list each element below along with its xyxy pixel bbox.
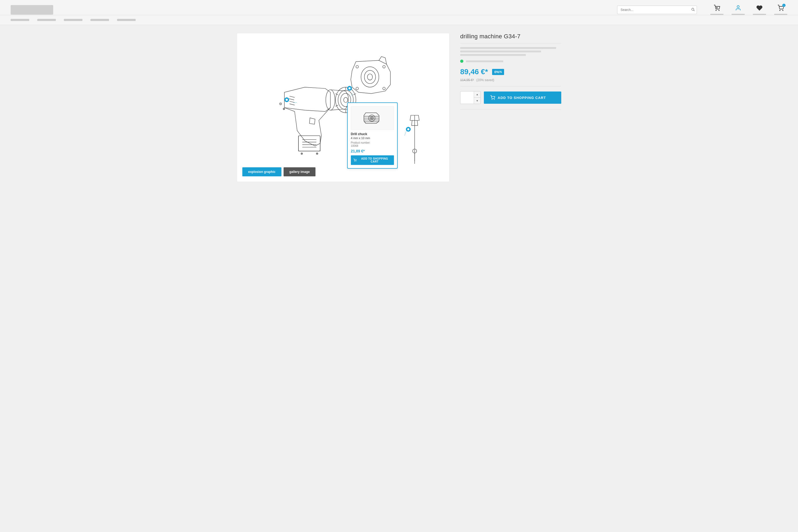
nav-item-4[interactable] <box>91 19 109 21</box>
popup-part-name: Drill chuck <box>351 132 394 136</box>
header-account[interactable] <box>732 5 745 15</box>
svg-point-30 <box>344 97 348 102</box>
product-image-area: Drill chuck 4 mm x 10 mm Product number:… <box>237 33 450 182</box>
header-account-label <box>732 14 745 15</box>
svg-point-67 <box>356 161 356 162</box>
quantity-arrows: ▲ ▼ <box>474 92 480 104</box>
svg-point-8 <box>783 10 783 11</box>
nav-item-5[interactable] <box>117 19 136 21</box>
svg-line-1 <box>694 10 695 11</box>
price-row: 89,46 €* 0% % <box>460 68 561 76</box>
description-block <box>460 47 561 56</box>
header-cart-plus-icon <box>714 5 720 13</box>
popup-product-number: 10068 <box>351 145 394 147</box>
logo <box>11 5 53 15</box>
search-input[interactable] <box>617 5 697 14</box>
popup-add-to-cart-button[interactable]: ADD TO SHOPPING CART <box>351 155 394 165</box>
gallery-image-tab[interactable]: gallery image <box>284 167 316 176</box>
product-title: drilling machine G34-7 <box>460 33 561 40</box>
header-cart-label <box>710 14 723 15</box>
old-price-row: 114,95 €* (20% saved) <box>460 78 561 82</box>
svg-point-7 <box>780 10 780 11</box>
svg-line-18 <box>289 104 294 105</box>
availability-indicator <box>460 60 463 63</box>
svg-point-0 <box>691 8 694 11</box>
svg-point-37 <box>361 67 379 87</box>
desc-line-1 <box>460 47 556 49</box>
main-content: Drill chuck 4 mm x 10 mm Product number:… <box>226 25 572 190</box>
add-to-cart-button[interactable]: ADD TO SHOPPING CART <box>484 92 561 104</box>
discount-badge: 0% % <box>492 69 504 75</box>
add-to-cart-label: ADD TO SHOPPING CART <box>498 96 546 100</box>
explosion-graphic: Drill chuck 4 mm x 10 mm Product number:… <box>245 41 441 169</box>
explosion-graphic-tab[interactable]: explosion graphic <box>242 167 281 176</box>
svg-point-39 <box>367 74 373 80</box>
discount-value: 0% <box>494 70 499 74</box>
heart-icon <box>756 5 763 13</box>
popup-cart-icon <box>354 158 357 162</box>
old-price: 114,95 €* <box>460 78 474 82</box>
main-price: 89,46 €* <box>460 68 488 76</box>
popup-part-svg <box>362 109 383 128</box>
price-divider <box>460 86 561 87</box>
popup-part-image <box>351 106 394 130</box>
hotspot-2[interactable] <box>347 86 352 91</box>
bottom-divider <box>460 109 561 110</box>
quantity-input[interactable]: 1 <box>460 92 474 104</box>
title-divider <box>460 43 561 43</box>
shopping-cart-icon: 1 <box>778 5 784 13</box>
svg-line-17 <box>289 101 294 103</box>
price-section: 89,46 €* 0% % 114,95 €* (20% saved) <box>460 68 561 82</box>
popup-price: 21,89 €* <box>351 149 394 153</box>
header-add-to-cart[interactable] <box>710 5 723 15</box>
svg-point-68 <box>492 99 492 100</box>
cart-badge: 1 <box>782 4 785 7</box>
hotspot-4[interactable] <box>406 127 411 132</box>
nav-item-3[interactable] <box>64 19 82 21</box>
nav-item-2[interactable] <box>37 19 56 21</box>
nav-item-1[interactable] <box>11 19 29 21</box>
nav-bar <box>0 15 798 25</box>
svg-line-16 <box>289 99 294 100</box>
search-bar <box>617 5 697 14</box>
header-wishlist[interactable] <box>753 5 766 15</box>
add-to-cart-row: 1 ▲ ▼ ADD TO SHOPPING CART <box>460 91 561 104</box>
svg-point-66 <box>354 161 355 162</box>
svg-line-58 <box>404 131 406 136</box>
header-icons: 1 <box>710 5 787 15</box>
popup-part-size: 4 mm x 10 mm <box>351 136 394 140</box>
svg-point-42 <box>383 87 385 90</box>
availability-row <box>460 60 561 63</box>
availability-text <box>466 60 503 62</box>
quantity-input-wrap: 1 ▲ ▼ <box>460 91 481 104</box>
desc-line-3 <box>460 54 526 56</box>
svg-line-15 <box>289 96 294 97</box>
popup-card: Drill chuck 4 mm x 10 mm Product number:… <box>347 102 398 169</box>
svg-point-41 <box>383 65 385 68</box>
svg-point-40 <box>356 65 359 68</box>
drill-illustration-svg <box>245 41 441 169</box>
image-tabs: explosion graphic gallery image <box>242 167 316 176</box>
quantity-down-button[interactable]: ▼ <box>474 98 480 104</box>
header-cart-total-label <box>774 14 787 15</box>
svg-point-38 <box>364 70 376 83</box>
desc-line-2 <box>460 51 541 52</box>
quantity-up-button[interactable]: ▲ <box>474 92 480 98</box>
svg-point-3 <box>719 10 719 11</box>
add-to-cart-icon <box>490 95 495 100</box>
svg-point-6 <box>737 5 739 8</box>
product-details: drilling machine G34-7 89,46 €* 0% % 114… <box>460 33 561 182</box>
account-person-icon <box>735 5 741 13</box>
popup-product-number-label: Product number: <box>351 141 394 144</box>
search-button[interactable] <box>691 8 695 12</box>
header-wishlist-label <box>753 14 766 15</box>
svg-point-2 <box>716 10 716 11</box>
svg-point-43 <box>356 87 359 90</box>
header: 1 <box>0 0 798 15</box>
popup-add-label: ADD TO SHOPPING CART <box>358 157 391 163</box>
svg-point-65 <box>371 118 373 119</box>
hotspot-1[interactable] <box>284 97 289 102</box>
header-cart[interactable]: 1 <box>774 5 787 15</box>
svg-point-69 <box>494 99 494 100</box>
discount-percent-symbol: % <box>499 70 502 73</box>
